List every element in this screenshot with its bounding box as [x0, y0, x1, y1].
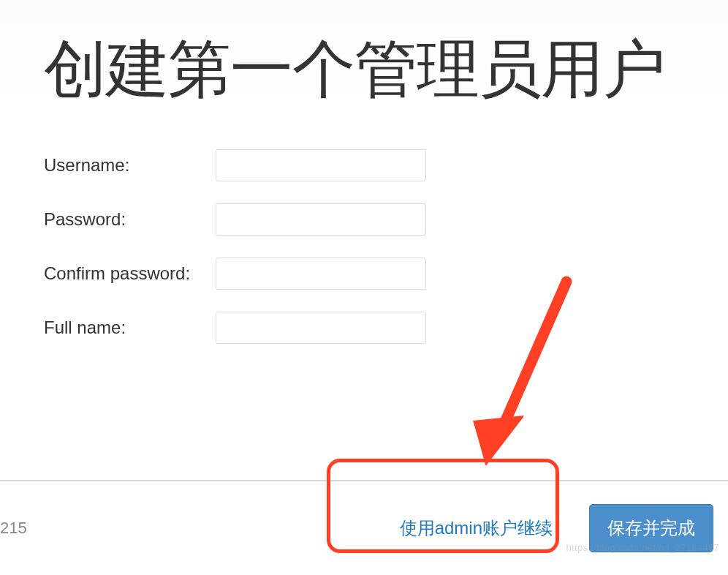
svg-marker-0: [473, 416, 524, 465]
username-row: Username:: [44, 149, 684, 181]
confirm-password-label: Confirm password:: [44, 263, 208, 284]
footer-left-number: 215: [0, 519, 27, 538]
continue-as-admin-link[interactable]: 使用admin账户继续: [379, 503, 573, 553]
password-label: Password:: [44, 209, 208, 230]
page-title: 创建第一个管理员用户: [44, 33, 684, 105]
password-input[interactable]: [216, 203, 426, 236]
password-row: Password:: [44, 203, 684, 236]
full-name-input[interactable]: [216, 312, 426, 344]
full-name-row: Full name:: [44, 312, 684, 344]
save-and-finish-button[interactable]: 保存并完成: [589, 504, 713, 552]
confirm-password-row: Confirm password:: [44, 258, 684, 290]
main-content: 创建第一个管理员用户 Username: Password: Confirm p…: [0, 0, 728, 358]
username-input[interactable]: [216, 149, 426, 181]
admin-user-form: Username: Password: Confirm password: Fu…: [44, 149, 684, 344]
footer-bar: 215 使用admin账户继续 保存并完成: [0, 480, 728, 575]
full-name-label: Full name:: [44, 317, 208, 338]
username-label: Username:: [44, 155, 208, 176]
confirm-password-input[interactable]: [216, 258, 426, 290]
